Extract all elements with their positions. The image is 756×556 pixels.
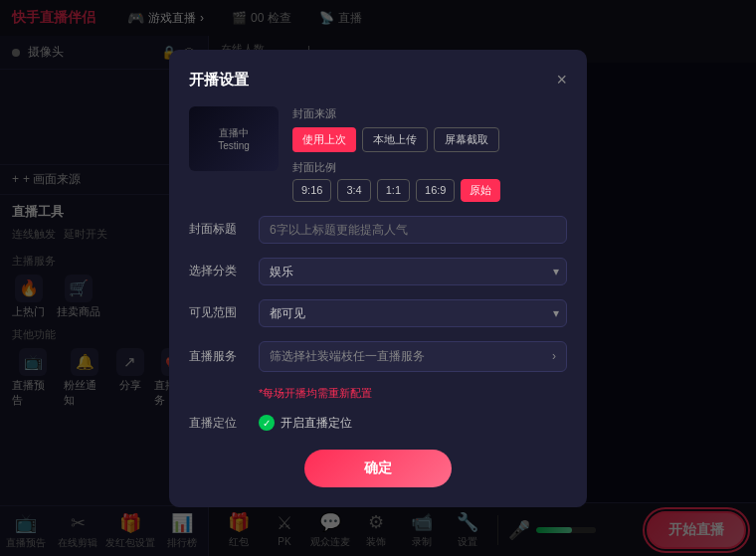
- visibility-select[interactable]: 都可见: [259, 299, 567, 327]
- title-label: 封面标题: [189, 221, 249, 238]
- cover-preview-subtext: Testing: [218, 140, 250, 151]
- confirm-row: 确定: [189, 446, 567, 487]
- modal-close-button[interactable]: ×: [556, 70, 567, 91]
- service-arrow-icon: ›: [552, 349, 556, 363]
- confirm-button[interactable]: 确定: [304, 450, 452, 487]
- cover-preview-text: 直播中: [219, 126, 249, 140]
- ratio-original[interactable]: 原始: [461, 179, 500, 202]
- cover-btn-last[interactable]: 使用上次: [292, 127, 356, 152]
- service-selector[interactable]: 筛选择社装端枝任一直播服务 ›: [259, 341, 567, 372]
- ratio-1-1[interactable]: 1:1: [377, 179, 410, 202]
- settings-modal: 开播设置 × 直播中 Testing 封面来源 使用上次 本地上传 屏幕截取: [169, 50, 587, 507]
- modal-overlay: 开播设置 × 直播中 Testing 封面来源 使用上次 本地上传 屏幕截取: [0, 0, 756, 556]
- category-select-wrapper: 娱乐 ▾: [259, 258, 567, 285]
- form-row-service: 直播服务 筛选择社装端枝任一直播服务 ›: [189, 341, 567, 372]
- title-input[interactable]: [259, 216, 567, 244]
- modal-title: 开播设置: [189, 71, 249, 90]
- visibility-label: 可见范围: [189, 304, 249, 321]
- cover-options: 封面来源 使用上次 本地上传 屏幕截取 封面比例 9:16 3:4 1:1 16…: [292, 106, 567, 202]
- modal-body: 直播中 Testing 封面来源 使用上次 本地上传 屏幕截取 封面比例 9:1…: [189, 106, 567, 487]
- service-placeholder: 筛选择社装端枝任一直播服务: [270, 348, 425, 365]
- toggle-on-icon: ✓: [259, 415, 275, 431]
- category-label: 选择分类: [189, 263, 249, 279]
- cover-source-btns: 使用上次 本地上传 屏幕截取: [292, 127, 567, 152]
- category-select[interactable]: 娱乐: [259, 258, 567, 285]
- cover-btn-screenshot[interactable]: 屏幕截取: [434, 127, 499, 152]
- location-label: 直播定位: [189, 415, 249, 432]
- modal-header: 开播设置 ×: [189, 70, 567, 91]
- service-field-label: 直播服务: [189, 348, 249, 365]
- cover-source-label: 封面来源: [292, 106, 567, 121]
- location-toggle[interactable]: ✓ 开启直播定位: [259, 415, 352, 432]
- ratio-btns: 9:16 3:4 1:1 16:9 原始: [292, 179, 567, 202]
- form-row-visibility: 可见范围 都可见 ▾: [189, 299, 567, 327]
- cover-preview: 直播中 Testing: [189, 106, 279, 171]
- form-row-title: 封面标题: [189, 216, 567, 244]
- ratio-3-4[interactable]: 3:4: [337, 179, 370, 202]
- warning-text: *每场开播均需重新配置: [259, 386, 567, 401]
- form-row-category: 选择分类 娱乐 ▾: [189, 258, 567, 285]
- cover-row: 直播中 Testing 封面来源 使用上次 本地上传 屏幕截取 封面比例 9:1…: [189, 106, 567, 202]
- ratio-16-9[interactable]: 16:9: [416, 179, 455, 202]
- visibility-select-wrapper: 都可见 ▾: [259, 299, 567, 327]
- location-row: 直播定位 ✓ 开启直播定位: [189, 415, 567, 432]
- ratio-9-16[interactable]: 9:16: [292, 179, 331, 202]
- ratio-label: 封面比例: [292, 160, 567, 175]
- cover-btn-upload[interactable]: 本地上传: [362, 127, 428, 152]
- location-value: 开启直播定位: [281, 415, 352, 432]
